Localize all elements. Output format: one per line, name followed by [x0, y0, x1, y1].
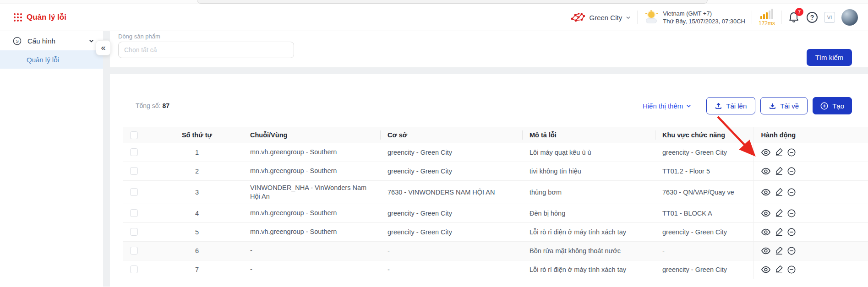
signal-bars-icon: 172ms — [759, 8, 775, 27]
column-area: Khu vực chức năng — [655, 127, 753, 143]
row-checkbox[interactable] — [130, 188, 138, 196]
viewport-cut-strip — [0, 0, 868, 4]
chevron-down-icon — [89, 38, 94, 43]
deactivate-button[interactable] — [787, 167, 796, 175]
network-icon — [570, 11, 586, 23]
show-more-label: Hiển thị thêm — [643, 102, 683, 110]
deactivate-button[interactable] — [787, 209, 796, 217]
view-button[interactable] — [761, 189, 770, 196]
view-button[interactable] — [761, 210, 770, 217]
cell-error: Bồn rửa mặt không thoát nước — [522, 241, 655, 260]
view-button[interactable] — [761, 247, 770, 255]
cell-error: tivi không tín hiệu — [522, 162, 655, 180]
cell-area: TT01 - BLOCK A — [655, 204, 753, 222]
eye-icon — [761, 149, 770, 156]
edit-button[interactable] — [775, 228, 783, 236]
edit-button[interactable] — [775, 167, 783, 175]
plus-circle-icon — [820, 102, 828, 110]
cell-chain: - — [243, 241, 380, 260]
table-row: 5 mn.vh.greengroup - Southern greencity … — [123, 222, 868, 241]
search-button[interactable]: Tìm kiếm — [807, 49, 852, 66]
create-button[interactable]: Tạo — [813, 97, 852, 114]
error-table: Số thứ tự Chuỗi/Vùng Cơ sở Mô tả lỗi Khu… — [123, 127, 868, 279]
pencil-icon — [775, 188, 783, 196]
upload-label: Tải lên — [726, 102, 747, 110]
user-avatar[interactable] — [841, 9, 858, 26]
cell-error: Lỗi rò rỉ điện ở máy tính xách tay — [522, 222, 655, 241]
org-selector[interactable]: Green City — [570, 11, 631, 23]
deactivate-button[interactable] — [787, 265, 796, 274]
app-title: Quản lý lỗi — [27, 13, 66, 22]
sidebar-collapse-button[interactable]: « — [96, 40, 111, 55]
edit-button[interactable] — [775, 148, 783, 156]
row-checkbox[interactable] — [130, 148, 138, 156]
view-button[interactable] — [761, 168, 770, 175]
datetime-label: Thứ Bảy, 15/07/2023, 07:30CH — [663, 17, 745, 25]
edit-button[interactable] — [775, 209, 783, 217]
product-line-placeholder: Chọn tất cả — [124, 46, 157, 54]
cell-area: greencity - Green City — [655, 222, 753, 241]
upload-icon — [715, 103, 722, 109]
row-checkbox[interactable] — [130, 265, 138, 273]
region-label: Vietnam (GMT +7) — [663, 10, 745, 17]
table-header-row: Số thứ tự Chuỗi/Vùng Cơ sở Mô tả lỗi Khu… — [123, 127, 868, 143]
table-row: 7 - - Lỗi rò rỉ điện ở máy tính xách tay… — [123, 260, 868, 279]
cell-error: thủng bơm — [522, 180, 655, 204]
cell-stt: 2 — [151, 162, 243, 180]
column-chain: Chuỗi/Vùng — [243, 127, 380, 143]
total-label: Tổng số: — [136, 102, 160, 109]
table-row: 4 mn.vh.greengroup - Southern greencity … — [123, 204, 868, 222]
cutoff-element — [197, 0, 708, 4]
column-facility: Cơ sở — [380, 127, 522, 143]
cell-facility: - — [380, 260, 522, 279]
main-content: Dòng sản phẩm Chọn tất cả Tìm kiếm Tổng … — [103, 31, 868, 287]
sidebar-group-config[interactable]: S Cấu hình — [0, 31, 103, 50]
sidebar-item-error-management[interactable]: Quản lý lỗi — [0, 50, 103, 69]
eye-icon — [761, 210, 770, 217]
cell-chain: mn.vh.greengroup - Southern — [243, 204, 380, 222]
language-selector[interactable]: VI — [824, 12, 835, 23]
deactivate-button[interactable] — [787, 228, 796, 236]
help-button[interactable]: ? — [807, 12, 818, 23]
row-checkbox[interactable] — [130, 228, 138, 236]
app-header: Quản lý lỗi Green City — [0, 4, 868, 31]
locale-block: Vietnam (GMT +7) Thứ Bảy, 15/07/2023, 07… — [644, 10, 745, 25]
view-button[interactable] — [761, 149, 770, 156]
download-button[interactable]: Tải về — [760, 97, 808, 114]
cell-facility: 7630 - VINWONDERS NAM HỘI AN — [380, 180, 522, 204]
deactivate-button[interactable] — [787, 148, 796, 157]
edit-button[interactable] — [775, 265, 783, 273]
product-line-select[interactable]: Chọn tất cả — [118, 42, 294, 58]
pencil-icon — [775, 265, 783, 273]
download-icon — [769, 103, 776, 109]
show-more-dropdown[interactable]: Hiển thị thêm — [643, 102, 691, 110]
table-row: 2 mn.vh.greengroup - Southern greencity … — [123, 162, 868, 180]
table-body: 1 mn.vh.greengroup - Southern greencity … — [123, 143, 868, 279]
upload-button[interactable]: Tải lên — [706, 97, 755, 114]
minus-circle-icon — [787, 148, 796, 157]
cell-area: greencity - Green City — [655, 143, 753, 162]
total-value: 87 — [162, 102, 169, 109]
deactivate-button[interactable] — [787, 247, 796, 255]
view-button[interactable] — [761, 228, 770, 236]
language-label: VI — [827, 15, 832, 20]
edit-button[interactable] — [775, 188, 783, 196]
minus-circle-icon — [787, 247, 796, 255]
select-all-checkbox[interactable] — [130, 131, 138, 139]
cell-facility: greencity - Green City — [380, 204, 522, 222]
view-button[interactable] — [761, 266, 770, 273]
notification-badge: 7 — [795, 8, 803, 16]
cell-error: Đèn bị hỏng — [522, 204, 655, 222]
deactivate-button[interactable] — [787, 188, 796, 196]
pencil-icon — [775, 167, 783, 175]
edit-button[interactable] — [775, 247, 783, 255]
row-checkbox[interactable] — [130, 209, 138, 217]
cell-chain: - — [243, 260, 380, 279]
cell-error: Lỗi rò rỉ điện ở máy tính xách tay — [522, 260, 655, 279]
app-brand[interactable]: Quản lý lỗi — [14, 13, 66, 22]
table-row: 3 VINWONDER_NHA - VinWonders Nam Hội An … — [123, 180, 868, 204]
row-checkbox[interactable] — [130, 167, 138, 175]
notifications-button[interactable]: 7 — [788, 11, 800, 23]
row-checkbox[interactable] — [130, 247, 138, 255]
cell-stt: 6 — [151, 241, 243, 260]
